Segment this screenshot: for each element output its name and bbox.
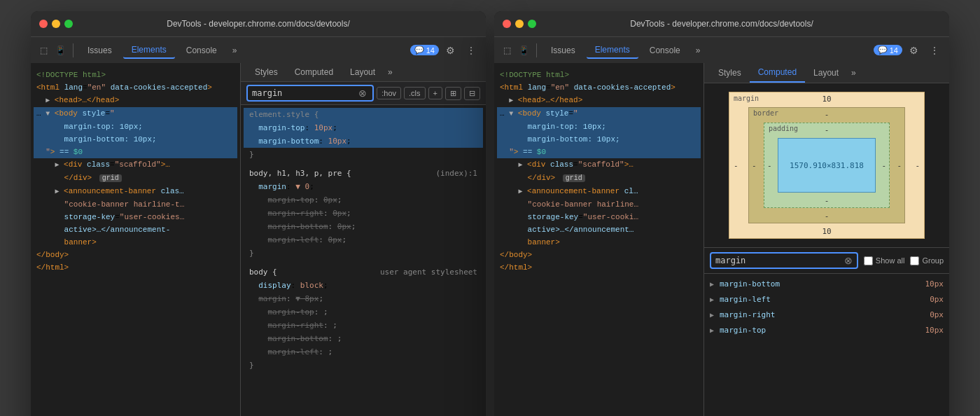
left-margin-right-strike: margin-right: 0px; xyxy=(244,207,483,220)
right-layout-tab[interactable]: Layout xyxy=(805,64,847,82)
box-border-left-val: - xyxy=(752,161,757,170)
left-tab-console[interactable]: Console xyxy=(178,43,225,58)
left-tab-issues[interactable]: Issues xyxy=(79,43,120,58)
box-padding-left-val: - xyxy=(767,161,772,170)
left-sub-tabs: Styles Computed Layout » xyxy=(241,63,486,82)
right-dom-html[interactable]: <html lang="en" data-cookies-accepted> xyxy=(497,81,701,94)
left-close-button[interactable] xyxy=(39,20,48,28)
right-margin-bottom-triangle[interactable]: ▶ xyxy=(710,278,720,291)
left-dom-margin-bottom: margin-bottom: 10px; xyxy=(34,133,237,146)
left-layout-tab[interactable]: Layout xyxy=(342,63,384,81)
left-dom-announcement[interactable]: ▶ <announcement-banner clas… xyxy=(34,185,237,198)
left-tab-elements[interactable]: Elements xyxy=(123,42,175,59)
right-minimize-button[interactable] xyxy=(515,20,524,28)
right-dom-cookie: "cookie-banner hairline… xyxy=(497,198,701,211)
left-inspect-icon[interactable]: ⬚ xyxy=(36,43,50,57)
right-margin-right-triangle[interactable]: ▶ xyxy=(710,309,720,321)
left-filter-clear-icon[interactable]: ⊗ xyxy=(357,88,368,99)
left-dom-div-end: </div> grid xyxy=(34,172,237,185)
left-filter-input[interactable] xyxy=(252,88,357,98)
left-styles-panel: Styles Computed Layout » ⊗ :hov .cls + ⊞… xyxy=(241,63,486,416)
left-display-block[interactable]: display: block; xyxy=(244,279,483,292)
left-minimize-button[interactable] xyxy=(52,20,60,28)
right-computed-filter-input[interactable] xyxy=(715,256,844,265)
left-useragent-selector: body { user agent stylesheet xyxy=(244,265,483,279)
right-margin-left-value: 0px xyxy=(930,293,944,306)
left-badge-count: 14 xyxy=(426,46,435,55)
left-dom-banner: banner> xyxy=(34,236,237,249)
right-dom-storage: storage-key="user-cooki… xyxy=(497,211,701,223)
right-tab-issues[interactable]: Issues xyxy=(542,43,584,58)
left-dom-html[interactable]: <html lang="en" data-cookies-accepted> xyxy=(34,81,237,94)
left-sub-tabs-more[interactable]: » xyxy=(384,63,397,81)
right-computed-tab[interactable]: Computed xyxy=(750,63,805,83)
right-inspect-icon[interactable]: ⬚ xyxy=(500,43,514,57)
right-box-model-container: margin 10 10 - - border - - - - xyxy=(704,83,949,247)
box-border-right-val: - xyxy=(897,161,902,170)
left-new-rule-button[interactable]: ⊞ xyxy=(445,87,461,100)
left-add-button[interactable]: + xyxy=(428,87,442,99)
left-toggle-button[interactable]: ⊟ xyxy=(464,87,480,100)
right-tab-console[interactable]: Console xyxy=(641,43,689,58)
left-dom-storage: storage-key="user-cookies… xyxy=(34,211,237,223)
left-styles-tab[interactable]: Styles xyxy=(246,63,286,81)
right-dom-margin-top: margin-top: 10px; xyxy=(497,120,701,133)
right-computed-margin-top[interactable]: ▶ margin-top 10px xyxy=(710,323,944,338)
right-dom-body[interactable]: … ▼ <body style=" xyxy=(497,107,701,120)
right-styles-tab[interactable]: Styles xyxy=(710,64,750,82)
left-margin-shorthand[interactable]: margin: ▼ 0; xyxy=(244,180,483,193)
left-hov-button[interactable]: :hov xyxy=(377,87,401,99)
left-settings-icon[interactable]: ⚙ xyxy=(442,42,459,59)
left-useragent-close: } xyxy=(244,359,483,372)
left-doctype-text: <!DOCTYPE html> xyxy=(36,71,106,79)
right-maximize-button[interactable] xyxy=(528,20,536,28)
right-close-button[interactable] xyxy=(503,20,511,28)
right-dom-announcement[interactable]: ▶ <announcement-banner cl… xyxy=(497,185,701,198)
right-computed-margin-right[interactable]: ▶ margin-right 0px xyxy=(710,307,944,323)
right-computed-margin-bottom[interactable]: ▶ margin-bottom 10px xyxy=(710,277,944,292)
right-browser-window: DevTools - developer.chrome.com/docs/dev… xyxy=(494,11,949,416)
left-rule-margin-top[interactable]: margin-top: 10px; xyxy=(244,121,483,134)
left-dom-margin-top: margin-top: 10px; xyxy=(34,120,237,133)
left-toolbar-more[interactable]: » xyxy=(228,43,241,58)
right-dom-active: active>…</announcement… xyxy=(497,223,701,236)
right-dom-head[interactable]: ▶ <head>…</head> xyxy=(497,94,701,107)
right-group-checkbox[interactable] xyxy=(910,256,919,265)
right-show-all-checkbox[interactable] xyxy=(864,256,873,265)
right-toolbar-more[interactable]: » xyxy=(692,43,705,58)
right-computed-filter-wrap[interactable]: ⊗ xyxy=(710,252,858,269)
right-dom-div[interactable]: ▶ <div class="scaffold">… xyxy=(497,158,701,172)
left-toolbar-sep1 xyxy=(73,43,74,57)
right-sub-tabs: Styles Computed Layout » xyxy=(704,63,949,83)
right-device-icon[interactable]: 📱 xyxy=(517,43,531,57)
right-show-all-label[interactable]: Show all xyxy=(864,256,905,265)
right-computed-props-list: ▶ margin-bottom 10px ▶ margin-left 0px ▶… xyxy=(704,274,949,416)
left-dom-body-end: "> == $0 xyxy=(34,146,237,158)
left-style-rules: element.style { margin-top: 10px; margin… xyxy=(241,105,486,416)
right-dom-panel: <!DOCTYPE html> <html lang="en" data-coo… xyxy=(494,63,704,416)
right-sub-tabs-more[interactable]: » xyxy=(847,64,860,82)
left-dom-head[interactable]: ▶ <head>…</head> xyxy=(34,94,237,107)
left-dom-body[interactable]: … ▼ <body style=" xyxy=(34,107,237,120)
left-cls-button[interactable]: .cls xyxy=(404,87,426,99)
right-dom-body-eq: "> == $0 xyxy=(497,146,701,158)
right-more-options-icon[interactable]: ⋮ xyxy=(925,42,944,59)
left-dom-div-scaffold[interactable]: ▶ <div class="scaffold">… xyxy=(34,158,237,172)
right-settings-icon[interactable]: ⚙ xyxy=(905,42,923,59)
left-filter-input-wrap[interactable]: ⊗ xyxy=(246,85,374,102)
right-computed-filter-clear-icon[interactable]: ⊗ xyxy=(844,255,853,266)
right-group-label[interactable]: Group xyxy=(910,256,944,265)
right-badge-count: 14 xyxy=(890,46,898,55)
left-device-icon[interactable]: 📱 xyxy=(53,43,67,57)
right-margin-top-triangle[interactable]: ▶ xyxy=(710,324,720,337)
left-useragent-rule: body { user agent stylesheet display: bl… xyxy=(244,265,483,372)
right-tab-elements[interactable]: Elements xyxy=(587,42,638,59)
left-more-options-icon[interactable]: ⋮ xyxy=(462,42,480,59)
right-computed-margin-left[interactable]: ▶ margin-left 0px xyxy=(710,292,944,307)
left-maximize-button[interactable] xyxy=(64,20,73,28)
right-dom-margin-bottom: margin-bottom: 10px; xyxy=(497,133,701,146)
left-computed-tab[interactable]: Computed xyxy=(286,63,342,81)
box-border-top-val: - xyxy=(825,110,830,119)
right-margin-left-triangle[interactable]: ▶ xyxy=(710,293,720,306)
left-rule-margin-bottom[interactable]: margin-bottom: 10px; xyxy=(244,134,483,148)
